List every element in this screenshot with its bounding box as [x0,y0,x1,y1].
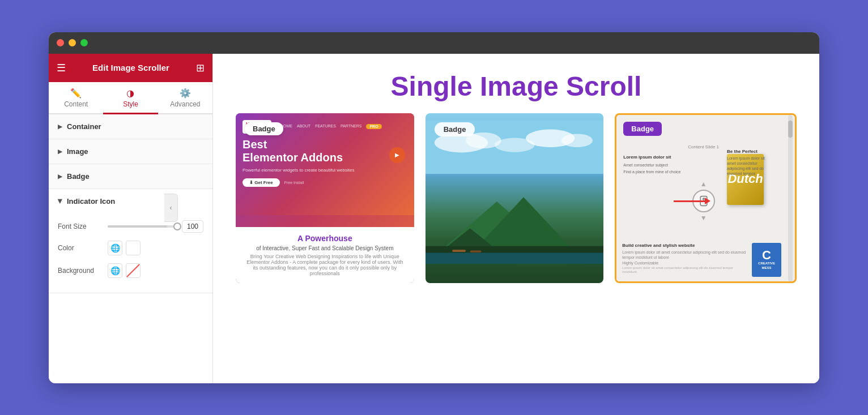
browser-titlebar [49,32,819,54]
accordion-image-header[interactable]: ▶ Image [49,139,212,164]
dot-green[interactable] [80,39,88,46]
arrow-down-icon: ▶ [57,199,63,203]
sidebar-title: Edit Image Scroller [92,63,169,72]
sidebar-body: ▶ Container ▶ Image ▶ Badge [49,114,212,383]
card-3: Badge Content Slide 1 Lorem ipsum dolor … [615,113,797,283]
gear-icon: ⚙️ [180,88,191,99]
cards-row: HAPPYADDONS HOME ABOUT FEATURES PARTNERS… [213,113,819,383]
sidebar-header: ☰ Edit Image Scroller ⊞ [49,54,212,82]
main-header: Single Image Scroll [213,54,819,113]
card1-sub: Powerful elementor widgets to create bea… [242,168,407,173]
font-size-input[interactable] [182,220,203,233]
accordion-image: ▶ Image [49,139,212,164]
card3-badge: Badge [623,122,662,136]
tab-style[interactable]: ◑ Style [103,82,158,114]
indicator-icon-section: Font Size Color [49,213,212,293]
slider-thumb [173,223,181,230]
card1-footer-sub: of Interactive, Super Fast and Scalable … [245,245,405,251]
badge-label: Badge [67,172,90,181]
svg-rect-10 [426,253,604,264]
main-title: Single Image Scroll [213,71,819,102]
tab-style-label: Style [123,100,138,108]
slider-fill [108,225,167,228]
arrow-icon: ▶ [58,173,62,179]
red-arrow [674,198,710,204]
tab-advanced-label: Advanced [170,100,200,108]
accordion-container: ▶ Container [49,114,212,139]
card3-scrollbar[interactable] [788,115,793,281]
accordion-badge-header[interactable]: ▶ Badge [49,164,212,189]
main-content: Single Image Scroll HAPPYADDONS HOME ABO… [213,54,819,383]
color-globe-btn[interactable]: 🌐 [108,241,122,255]
card1-link: Free Install [284,181,304,185]
background-globe-btn[interactable]: 🌐 [108,263,122,278]
card1-cta[interactable]: ⬇ Get Free [242,178,280,187]
card1-headline: BestElementor Addons [242,138,407,164]
sidebar-tabs: ✏️ Content ◑ Style ⚙️ Advanced [49,82,212,114]
card3-bottom-text: Build creative and stylish website Lorem… [622,243,747,275]
hamburger-icon[interactable]: ☰ [57,62,66,74]
color-controls: 🌐 [108,241,141,255]
tab-advanced[interactable]: ⚙️ Advanced [158,82,212,114]
dot-yellow[interactable] [69,39,76,46]
sidebar: ☰ Edit Image Scroller ⊞ ✏️ Content ◑ Sty… [49,54,213,383]
background-control: Background 🌐 [58,263,203,278]
svg-point-5 [495,138,535,152]
accordion-indicator-icon: ▶ Indicator Icon Font Size [49,189,212,293]
nav-links: HOME ABOUT FEATURES PARTNERS PRO [280,124,382,129]
color-label: Color [58,244,103,252]
indicator-icon-label: Indicator Icon [67,197,115,206]
image-label: Image [67,147,88,156]
tab-content[interactable]: ✏️ Content [49,82,103,114]
background-label: Background [58,267,103,275]
card3-bottom-desc: Lorem ipsum dolor sit amet consectetur a… [622,250,747,260]
be-perfect-text: Be the Perfect Lorem ipsum dolor sit ame… [727,149,772,176]
background-controls: 🌐 [108,263,141,278]
svg-rect-12 [470,250,481,252]
red-arrow-head [705,198,710,204]
card1-footer: A Powerhouse of Interactive, Super Fast … [236,227,414,283]
arrow-icon: ▶ [58,123,62,130]
svg-rect-11 [452,249,466,251]
dot-red[interactable] [57,39,64,46]
style-icon: ◑ [126,88,134,99]
accordion-container-header[interactable]: ▶ Container [49,114,212,139]
browser-window: ☰ Edit Image Scroller ⊞ ✏️ Content ◑ Sty… [49,32,819,383]
card1-badge: Badge [245,122,283,135]
grid-icon[interactable]: ⊞ [196,62,205,74]
red-arrow-line [674,200,705,202]
background-diagonal-btn[interactable] [126,263,141,278]
container-label: Container [67,122,101,131]
accordion-badge: ▶ Badge [49,164,212,189]
font-size-label: Font Size [58,223,103,230]
mountain-svg [426,156,604,283]
browser-content: ☰ Edit Image Scroller ⊞ ✏️ Content ◑ Sty… [49,54,819,383]
play-button[interactable]: ▶ [389,147,405,163]
card3-bottom-title: Build creative and stylish website [622,243,747,248]
sidebar-collapse-arrow[interactable]: ‹ [164,194,178,222]
color-control: Color 🌐 [58,241,203,255]
pencil-icon: ✏️ [70,88,82,99]
card2-badge: Badge [435,122,475,136]
card1-footer-desc: Bring Your Creative Web Designing Inspir… [245,254,405,276]
card1-footer-title: A Powerhouse [245,234,405,243]
scrollbar-thumb [788,121,793,138]
color-swatch[interactable] [126,241,141,255]
card-2: Badge [426,113,604,283]
card3-bottom: Build creative and stylish website Lorem… [616,238,787,281]
accordion-indicator-header[interactable]: ▶ Indicator Icon [49,189,212,213]
arrow-icon: ▶ [58,148,62,155]
font-size-slider[interactable] [108,225,177,228]
creative-mess-block: C CREATIVEMESS [752,243,781,277]
font-size-slider-container [108,220,203,233]
card-1: HAPPYADDONS HOME ABOUT FEATURES PARTNERS… [236,113,414,283]
font-size-control: Font Size [58,220,203,233]
tab-content-label: Content [64,100,88,108]
svg-point-4 [561,134,593,147]
